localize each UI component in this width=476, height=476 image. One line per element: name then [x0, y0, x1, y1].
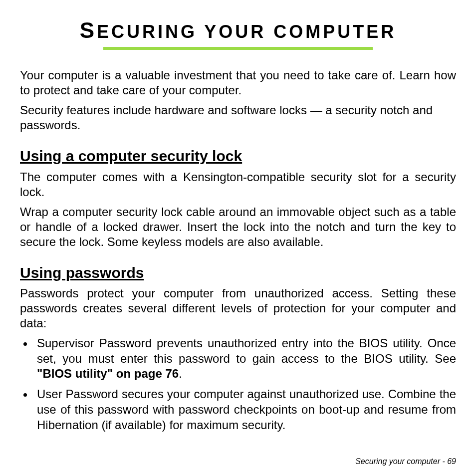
- page-title-rest: ECURING YOUR COMPUTER: [97, 21, 396, 42]
- section-heading-passwords: Using passwords: [20, 263, 456, 282]
- section1-paragraph-1: The computer comes with a Kensington-com…: [20, 170, 456, 200]
- intro-paragraph-2: Security features include hardware and s…: [20, 103, 456, 133]
- document-page: SECURING YOUR COMPUTER Your computer is …: [0, 0, 476, 476]
- page-title-first-letter: S: [80, 18, 97, 42]
- bullet-text-post: .: [179, 367, 182, 380]
- page-footer: Securing your computer - 69: [355, 457, 456, 466]
- page-title-wrap: SECURING YOUR COMPUTER: [20, 18, 456, 50]
- bullet-text-pre: Supervisor Password prevents unauthorize…: [37, 336, 456, 365]
- section-heading-security-lock: Using a computer security lock: [20, 147, 456, 166]
- section2-paragraph-1: Passwords protect your computer from una…: [20, 286, 456, 331]
- list-item: User Password secures your computer agai…: [34, 387, 456, 433]
- list-item: Supervisor Password prevents unauthorize…: [34, 336, 456, 382]
- bullet-text-bold: "BIOS utility" on page 76: [37, 367, 179, 380]
- bullet-text-pre: User Password secures your computer agai…: [37, 387, 456, 431]
- body-text: Your computer is a valuable investment t…: [20, 68, 456, 433]
- section1-paragraph-2: Wrap a computer security lock cable arou…: [20, 205, 456, 249]
- title-underline: [103, 47, 373, 50]
- passwords-bullet-list: Supervisor Password prevents unauthorize…: [20, 336, 456, 433]
- intro-paragraph-1: Your computer is a valuable investment t…: [20, 68, 456, 98]
